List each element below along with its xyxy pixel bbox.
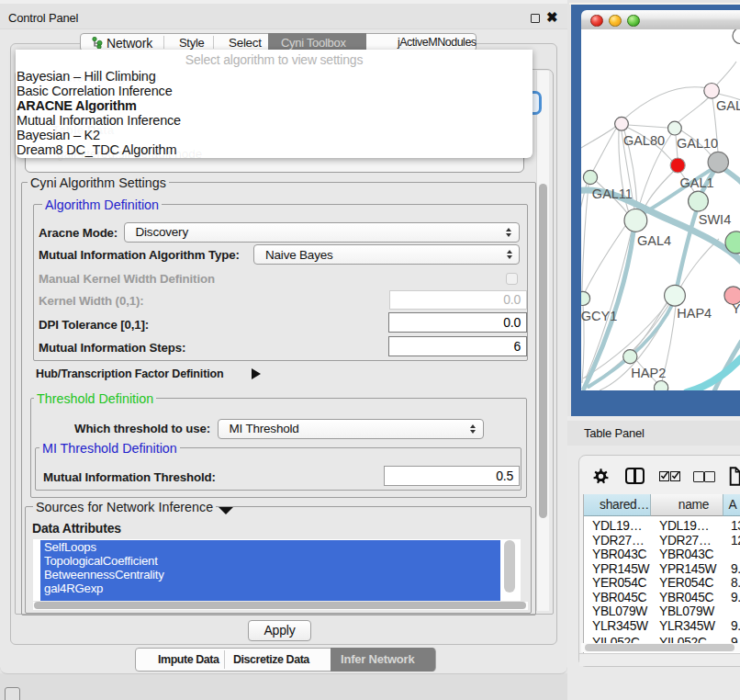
svg-text:GAL2: GAL2 <box>716 98 740 113</box>
svg-text:GAL80: GAL80 <box>623 133 665 148</box>
svg-text:GAL10: GAL10 <box>677 136 718 151</box>
svg-text:GAL4: GAL4 <box>637 233 671 248</box>
svg-text:YJR0: YJR0 <box>732 301 740 316</box>
svg-text:SWI4: SWI4 <box>699 212 731 227</box>
svg-text:GAL1: GAL1 <box>679 175 713 190</box>
svg-text:GCY1: GCY1 <box>581 309 617 323</box>
svg-text:GAL11: GAL11 <box>592 186 633 201</box>
svg-text:HAP2: HAP2 <box>631 366 666 380</box>
svg-text:HAP4: HAP4 <box>677 306 712 321</box>
